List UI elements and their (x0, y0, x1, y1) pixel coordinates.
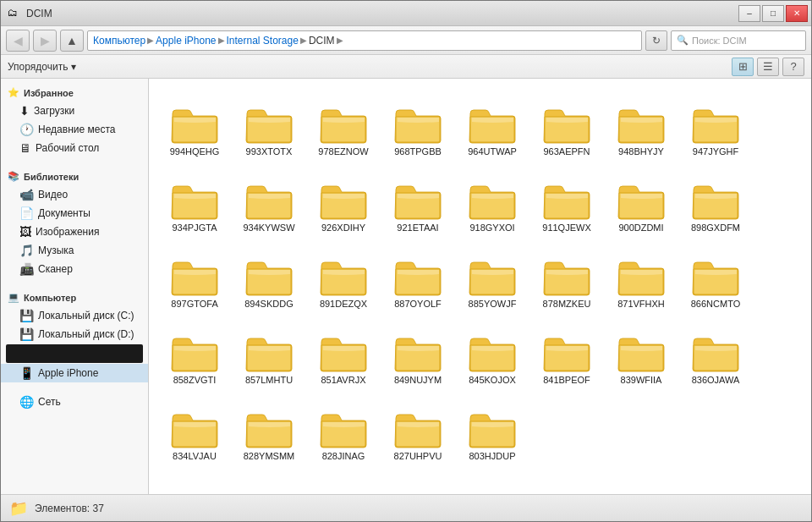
folder-item[interactable]: 841BPEOF (529, 316, 604, 392)
drive-c-icon: 💾 (19, 309, 34, 322)
folder-item[interactable]: 845KOJOX (455, 316, 529, 392)
sidebar-item-downloads[interactable]: ⬇ Загрузки (1, 102, 148, 120)
search-icon: 🔍 (677, 35, 689, 46)
folder-item[interactable]: 836OJAWA (678, 316, 753, 392)
folder-item[interactable]: 948BHYJY (604, 87, 678, 163)
folder-icon (320, 257, 367, 296)
iphone-icon: 📱 (19, 366, 34, 380)
help-button[interactable]: ? (782, 58, 804, 76)
sidebar-computer-header: 💻 Компьютер (1, 288, 148, 306)
folder-item[interactable]: 834LVJAU (157, 392, 232, 468)
search-bar[interactable]: 🔍 Поиск: DCIM (671, 30, 806, 51)
folder-item[interactable]: 947JYGHF (678, 87, 753, 163)
window-icon: 🗂 (8, 7, 21, 20)
navigation-toolbar: ◀ ▶ ▲ Компьютер ▶ Apple iPhone ▶ Interna… (1, 26, 811, 55)
folder-item[interactable]: 900DZDMI (604, 163, 678, 239)
sidebar-item-video[interactable]: 📹 Видео (1, 185, 148, 204)
sidebar-item-network[interactable]: 🌐 Сеть (1, 393, 148, 411)
folder-name: 948BHYJY (618, 146, 664, 157)
folder-name: 803HJDUP (469, 451, 515, 462)
folder-icon (617, 181, 665, 220)
scanner-icon: 📠 (19, 262, 34, 276)
search-placeholder: Поиск: DCIM (692, 36, 747, 46)
back-button[interactable]: ◀ (6, 30, 30, 52)
maximize-button[interactable]: □ (762, 5, 784, 22)
sort-toolbar: Упорядочить ▾ ⊞ ☰ ? (1, 55, 811, 79)
breadcrumb-storage[interactable]: Internal Storage (227, 35, 299, 47)
network-icon: 🌐 (19, 395, 34, 409)
refresh-button[interactable]: ↻ (645, 30, 667, 51)
folder-item[interactable]: 897GTOFA (157, 239, 232, 316)
breadcrumb-computer[interactable]: Компьютер (93, 35, 145, 47)
tiles-view-button[interactable]: ⊞ (732, 58, 754, 76)
breadcrumb-iphone[interactable]: Apple iPhone (156, 35, 216, 47)
folder-icon (469, 105, 516, 144)
folder-item[interactable]: 894SKDDG (232, 239, 306, 316)
folder-item[interactable]: 968TPGBB (381, 87, 455, 163)
folder-item[interactable]: 934KYWSW (232, 163, 306, 239)
folder-item[interactable]: 803HJDUP (455, 392, 529, 468)
sidebar-item-drive-d[interactable]: 💾 Локальный диск (D:) (1, 325, 148, 343)
up-button[interactable]: ▲ (60, 30, 84, 52)
folder-item[interactable]: 918GYXOI (455, 163, 529, 239)
sidebar-item-drive-c[interactable]: 💾 Локальный диск (C:) (1, 306, 148, 325)
minimize-button[interactable]: – (738, 5, 760, 22)
folder-item[interactable]: 828YMSMM (232, 392, 306, 468)
folder-icon (692, 181, 739, 220)
folder-name: 849NUJYM (394, 375, 442, 386)
address-bar[interactable]: Компьютер ▶ Apple iPhone ▶ Internal Stor… (87, 30, 642, 51)
folder-item[interactable]: 866NCMTO (678, 239, 753, 316)
music-icon: 🎵 (19, 244, 34, 257)
folder-item[interactable]: 851AVRJX (306, 316, 381, 392)
folder-item[interactable]: 871VFHXH (604, 239, 678, 316)
folder-item[interactable]: 827UHPVU (381, 392, 455, 468)
list-view-button[interactable]: ☰ (757, 58, 779, 76)
folder-icon (469, 257, 516, 296)
breadcrumb-dcim[interactable]: DCIM (309, 35, 335, 47)
close-button[interactable]: ✕ (786, 5, 808, 22)
folder-name: 828JINAG (322, 451, 365, 462)
folder-item[interactable]: 885YOWJF (455, 239, 529, 316)
sidebar-item-desktop[interactable]: 🖥 Рабочий стол (1, 139, 148, 157)
folder-icon (320, 105, 367, 144)
folder-icon (543, 105, 590, 144)
folder-item[interactable]: 887OYOLF (381, 239, 455, 316)
folder-item[interactable]: 911QJEWX (529, 163, 604, 239)
main-window: 🗂 DCIM – □ ✕ ◀ ▶ ▲ Компьютер ▶ Apple iPh… (0, 0, 812, 522)
folder-item[interactable]: 839WFIIA (604, 316, 678, 392)
sidebar-item-images[interactable]: 🖼 Изображения (1, 223, 148, 241)
folder-item[interactable]: 964UTWAP (455, 87, 529, 163)
library-icon: 📚 (8, 171, 19, 182)
folder-item[interactable]: 858ZVGTI (157, 316, 232, 392)
folder-item[interactable]: 849NUJYM (381, 316, 455, 392)
sidebar-item-scanner[interactable]: 📠 Сканер (1, 260, 148, 278)
folder-item[interactable]: 934PJGTA (157, 163, 232, 239)
folder-item[interactable]: 994HQEHG (157, 87, 232, 163)
file-area[interactable]: 994HQEHG 993XTOTX 978EZNOW (149, 79, 811, 494)
folder-item[interactable]: 926XDIHY (306, 163, 381, 239)
sort-button[interactable]: Упорядочить ▾ (8, 61, 76, 73)
sidebar-item-recent[interactable]: 🕐 Недавние места (1, 120, 148, 139)
folder-icon (320, 409, 367, 448)
video-icon: 📹 (19, 188, 34, 201)
folder-icon (543, 257, 590, 296)
sidebar-item-music[interactable]: 🎵 Музыка (1, 241, 148, 260)
folder-item[interactable]: 963AEPFN (529, 87, 604, 163)
sidebar: ⭐ Избранное ⬇ Загрузки 🕐 Недавние места … (1, 79, 149, 494)
folder-name: 900DZDMI (618, 223, 663, 234)
forward-button[interactable]: ▶ (33, 30, 57, 52)
folder-item[interactable]: 993XTOTX (232, 87, 306, 163)
folder-icon (617, 105, 665, 144)
folder-name: 834LVJAU (173, 451, 217, 462)
folder-item[interactable]: 828JINAG (306, 392, 381, 468)
folder-icon (394, 333, 442, 372)
folder-item[interactable]: 898GXDFM (678, 163, 753, 239)
folder-item[interactable]: 857LMHTU (232, 316, 306, 392)
folder-item[interactable]: 978EZNOW (306, 87, 381, 163)
folder-icon (394, 257, 442, 296)
sidebar-item-documents[interactable]: 📄 Документы (1, 204, 148, 223)
folder-item[interactable]: 878MZKEU (529, 239, 604, 316)
folder-item[interactable]: 891DEZQX (306, 239, 381, 316)
folder-item[interactable]: 921ETAAI (381, 163, 455, 239)
sidebar-item-apple-iphone[interactable]: 📱 Apple iPhone (1, 364, 148, 382)
